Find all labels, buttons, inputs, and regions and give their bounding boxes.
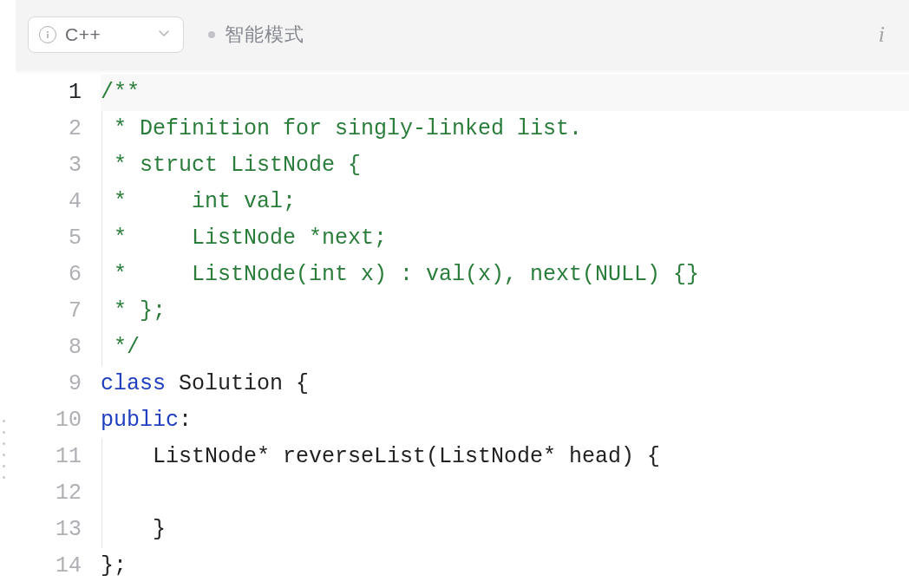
code-line[interactable]: public: [101,402,909,439]
code-text: * Definition for singly-linked list. [101,111,909,147]
line-number: 5 [16,220,82,257]
line-number: 7 [16,293,82,330]
info-circle-icon [39,26,56,43]
splitter-rail[interactable] [0,0,16,588]
top-shadow [16,69,909,74]
info-button[interactable]: i [879,22,885,48]
code-text: */ [101,330,909,366]
line-number: 8 [16,330,82,366]
code-line[interactable]: * ListNode(int x) : val(x), next(NULL) {… [101,257,909,293]
code-text: * ListNode *next; [101,220,909,257]
code-text: * ListNode(int x) : val(x), next(NULL) {… [101,257,909,293]
code-line[interactable]: } [101,512,909,548]
code-line[interactable]: * }; [101,293,909,330]
line-number: 6 [16,257,82,293]
editor-toolbar: C++ 智能模式 i [16,0,909,69]
code-text: * int val; [101,184,909,220]
code-editor[interactable]: 1234567891011121314 /** * Definition for… [16,69,909,588]
line-number: 2 [16,111,82,147]
code-text: ListNode* reverseList(ListNode* head) { [101,439,909,475]
line-number-gutter: 1234567891011121314 [16,75,101,588]
line-number: 12 [16,475,82,512]
language-label: C++ [65,24,101,45]
dot-icon [208,31,215,38]
code-line[interactable]: * ListNode *next; [101,220,909,257]
line-number: 3 [16,147,82,184]
drag-handle-icon [3,420,5,479]
code-line[interactable]: * struct ListNode { [101,147,909,184]
code-line[interactable] [101,475,909,512]
code-text: * }; [101,293,909,330]
code-text: class Solution { [101,366,909,402]
code-line[interactable]: * int val; [101,184,909,220]
app-root: C++ 智能模式 i 1234567891011121314 /** * Def… [0,0,909,588]
line-number: 13 [16,512,82,548]
svg-rect-1 [47,34,49,38]
code-line[interactable]: }; [101,548,909,585]
mode-indicator[interactable]: 智能模式 [208,22,304,48]
code-text: * struct ListNode { [101,147,909,184]
editor-panel: C++ 智能模式 i 1234567891011121314 /** * Def… [16,0,909,588]
code-line[interactable]: /** [101,75,909,111]
code-text: }; [101,548,909,585]
code-text: public: [101,402,909,439]
line-number: 1 [16,75,82,111]
code-line[interactable]: class Solution { [101,366,909,402]
line-number: 11 [16,439,82,475]
svg-point-0 [47,31,49,33]
code-text: /** [101,75,909,111]
mode-label: 智能模式 [225,22,304,48]
line-number: 10 [16,402,82,439]
line-number: 9 [16,366,82,402]
indent-guide [101,475,102,512]
code-line[interactable]: * Definition for singly-linked list. [101,111,909,147]
chevron-down-icon [157,26,171,43]
code-line[interactable]: */ [101,330,909,366]
code-area[interactable]: /** * Definition for singly-linked list.… [101,75,909,588]
line-number: 4 [16,184,82,220]
language-select[interactable]: C++ [28,16,184,53]
code-line[interactable]: ListNode* reverseList(ListNode* head) { [101,439,909,475]
code-text: } [101,512,909,548]
line-number: 14 [16,548,82,585]
